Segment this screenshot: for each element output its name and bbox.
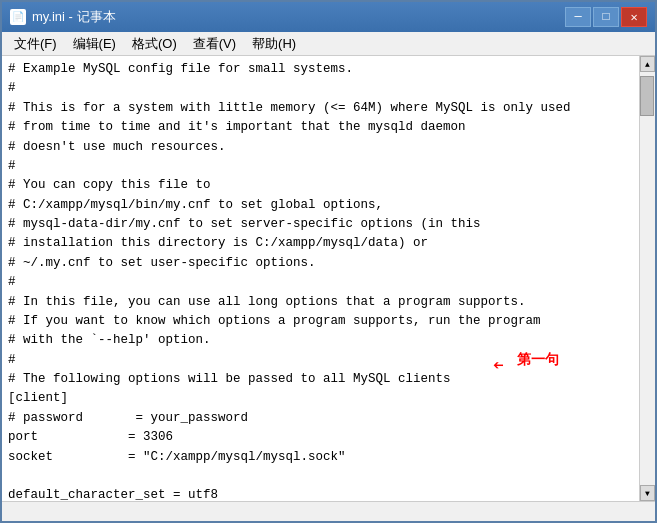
line: # from time to time and it's important t… xyxy=(8,120,466,134)
scroll-up-button[interactable]: ▲ xyxy=(640,56,655,72)
line: # xyxy=(8,81,16,95)
scroll-thumb[interactable] xyxy=(640,76,654,116)
line: # C:/xampp/mysql/bin/my.cnf to set globa… xyxy=(8,198,383,212)
menu-help[interactable]: 帮助(H) xyxy=(244,33,304,55)
line: socket = "C:/xampp/mysql/mysql.sock" xyxy=(8,450,346,464)
title-bar-left: 📄 my.ini - 记事本 xyxy=(10,8,116,26)
line: # You can copy this file to xyxy=(8,178,211,192)
menu-format[interactable]: 格式(O) xyxy=(124,33,185,55)
line: default_character_set = utf8 xyxy=(8,488,218,501)
line: # password = your_password xyxy=(8,411,248,425)
menu-file[interactable]: 文件(F) xyxy=(6,33,65,55)
line: # installation this directory is C:/xamp… xyxy=(8,236,428,250)
close-button[interactable]: ✕ xyxy=(621,7,647,27)
content-area: # Example MySQL config file for small sy… xyxy=(2,56,655,501)
line: # In this file, you can use all long opt… xyxy=(8,295,526,309)
window-title: my.ini - 记事本 xyxy=(32,8,116,26)
title-bar: 📄 my.ini - 记事本 ─ □ ✕ xyxy=(2,2,655,32)
scroll-track[interactable] xyxy=(640,72,655,485)
line: # If you want to know which options a pr… xyxy=(8,314,541,328)
menu-bar: 文件(F) 编辑(E) 格式(O) 查看(V) 帮助(H) xyxy=(2,32,655,56)
line: port = 3306 xyxy=(8,430,173,444)
app-icon: 📄 xyxy=(10,9,26,25)
line: # xyxy=(8,353,16,367)
line: # xyxy=(8,159,16,173)
menu-view[interactable]: 查看(V) xyxy=(185,33,244,55)
line: [client] xyxy=(8,391,68,405)
line: # with the `--help' option. xyxy=(8,333,211,347)
title-buttons: ─ □ ✕ xyxy=(565,7,647,27)
line: # The following options will be passed t… xyxy=(8,372,451,386)
line: # mysql-data-dir/my.cnf to set server-sp… xyxy=(8,217,481,231)
content-wrapper: # Example MySQL config file for small sy… xyxy=(2,56,639,501)
text-editor[interactable]: # Example MySQL config file for small sy… xyxy=(2,56,639,501)
maximize-button[interactable]: □ xyxy=(593,7,619,27)
vertical-scrollbar[interactable]: ▲ ▼ xyxy=(639,56,655,501)
line: # This is for a system with little memor… xyxy=(8,101,571,115)
window: 📄 my.ini - 记事本 ─ □ ✕ 文件(F) 编辑(E) 格式(O) 查… xyxy=(0,0,657,523)
line: # ~/.my.cnf to set user-specific options… xyxy=(8,256,316,270)
status-bar xyxy=(2,501,655,521)
line: # xyxy=(8,275,16,289)
minimize-button[interactable]: ─ xyxy=(565,7,591,27)
menu-edit[interactable]: 编辑(E) xyxy=(65,33,124,55)
line: # Example MySQL config file for small sy… xyxy=(8,62,353,76)
line: # doesn't use much resources. xyxy=(8,140,226,154)
scroll-down-button[interactable]: ▼ xyxy=(640,485,655,501)
